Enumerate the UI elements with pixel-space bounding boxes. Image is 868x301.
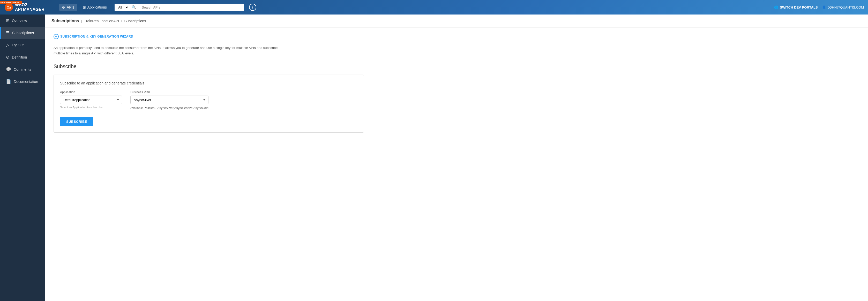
definition-icon: ⊙: [6, 55, 9, 60]
breadcrumb-separator: |: [81, 19, 82, 23]
application-form-group: Application DefaultApplication Select an…: [60, 90, 122, 110]
overview-icon: ⊞: [6, 18, 9, 23]
logo-icon: O₂ DEVELOPER PORTAL: [4, 3, 13, 12]
user-area[interactable]: 👤 JOHN@QUANTIS.COM: [822, 5, 864, 9]
sidebar-item-documentation-label: Documentation: [14, 80, 38, 84]
documentation-icon: 📄: [6, 79, 11, 84]
business-plan-label: Business Plan: [130, 90, 209, 94]
search-area: All 🔍: [115, 4, 244, 11]
subscribe-card: Subscribe to an application and generate…: [54, 75, 364, 133]
sidebar-item-overview-label: Overview: [12, 19, 27, 23]
wizard-label: SUBSCRIPTION & KEY GENERATION WIZARD: [60, 35, 133, 38]
gear-icon: ⚙: [62, 5, 65, 9]
sidebar-item-subscriptions-label: Subscriptions: [12, 31, 34, 35]
breadcrumb-arrow: ›: [121, 19, 122, 23]
breadcrumb-api-link[interactable]: TrainRealLocationAPI: [84, 19, 119, 23]
business-plan-select[interactable]: AsyncSilver: [130, 95, 209, 104]
application-label: Application: [60, 90, 122, 94]
info-button[interactable]: i: [249, 4, 256, 11]
nav-applications-button[interactable]: ⊞ Applications: [80, 4, 110, 11]
comments-icon: 💬: [6, 67, 11, 72]
application-hint: Select an Application to subscribe: [60, 106, 122, 109]
sidebar-item-subscriptions[interactable]: ☰ Subscriptions: [0, 27, 45, 39]
description-text: An application is primarily used to deco…: [54, 45, 286, 56]
user-icon: 👤: [822, 5, 826, 9]
form-row: Application DefaultApplication Select an…: [60, 90, 358, 110]
sidebar-item-comments-label: Comments: [14, 67, 31, 72]
apps-icon: ⊞: [83, 5, 86, 9]
policies-label: Available Policies -: [130, 106, 156, 110]
logo-area: O₂ DEVELOPER PORTAL WSO2 API MANAGER: [4, 3, 51, 12]
nav-right: 🌐 SWITCH DEV PORTALS 👤 JOHN@QUANTIS.COM: [774, 5, 864, 9]
subscribe-title: Subscribe: [54, 63, 860, 70]
info-icon: i: [252, 5, 253, 9]
wizard-plus-icon: +: [54, 34, 59, 39]
policies-value: AsyncSilver,AsyncBronze,AsyncGold: [157, 106, 208, 110]
dev-portal-badge: DEVELOPER PORTAL: [0, 1, 22, 4]
search-filter-select[interactable]: All: [115, 4, 129, 11]
application-select[interactable]: DefaultApplication: [60, 95, 122, 104]
nav-apis-label: APIs: [67, 5, 74, 9]
sidebar-item-comments[interactable]: 💬 Comments: [0, 63, 45, 75]
sidebar-item-tryout-label: Try Out: [12, 43, 24, 47]
page-layout: ⊞ Overview ☰ Subscriptions ▷ Try Out ⊙ D…: [0, 15, 868, 301]
subscribe-card-title: Subscribe to an application and generate…: [60, 81, 358, 85]
logo-product: API MANAGER: [15, 7, 44, 12]
content-area: + SUBSCRIPTION & KEY GENERATION WIZARD A…: [45, 28, 868, 139]
breadcrumb: Subscriptions | TrainRealLocationAPI › S…: [45, 15, 868, 28]
search-input[interactable]: [138, 4, 244, 11]
page-title: Subscriptions: [52, 19, 79, 23]
breadcrumb-current: Subscriptions: [124, 19, 146, 23]
subscribe-button[interactable]: SUBSCRIBE: [60, 117, 93, 126]
switch-portals-button[interactable]: 🌐 SWITCH DEV PORTALS: [774, 5, 817, 9]
user-label: JOHN@QUANTIS.COM: [828, 5, 864, 9]
sidebar-item-definition-label: Definition: [12, 55, 27, 59]
business-plan-form-group: Business Plan AsyncSilver Available Poli…: [130, 90, 209, 110]
main-content: Subscriptions | TrainRealLocationAPI › S…: [45, 15, 868, 301]
switch-portals-label: SWITCH DEV PORTALS: [780, 5, 817, 9]
sidebar-item-overview[interactable]: ⊞ Overview: [0, 15, 45, 27]
sidebar-item-documentation[interactable]: 📄 Documentation: [0, 75, 45, 87]
search-icon: 🔍: [129, 4, 138, 11]
svg-text:O₂: O₂: [7, 5, 11, 9]
tryout-icon: ▷: [6, 43, 9, 47]
nav-applications-label: Applications: [87, 5, 107, 9]
sidebar-item-definition[interactable]: ⊙ Definition: [0, 51, 45, 63]
nav-apis-button[interactable]: ⚙ APIs: [59, 4, 77, 11]
top-navigation: O₂ DEVELOPER PORTAL WSO2 API MANAGER ⚙ A…: [0, 0, 868, 15]
policies-info: Available Policies - AsyncSilver,AsyncBr…: [130, 106, 209, 110]
globe-icon: 🌐: [774, 5, 778, 9]
sidebar: ⊞ Overview ☰ Subscriptions ▷ Try Out ⊙ D…: [0, 15, 45, 301]
wizard-link[interactable]: + SUBSCRIPTION & KEY GENERATION WIZARD: [54, 34, 133, 39]
subscriptions-icon: ☰: [6, 30, 9, 35]
sidebar-item-tryout[interactable]: ▷ Try Out: [0, 39, 45, 51]
